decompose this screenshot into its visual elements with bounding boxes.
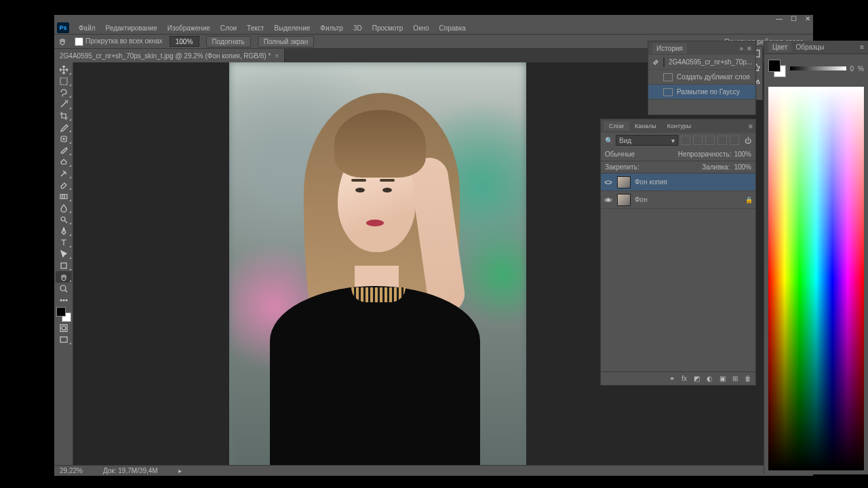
- hand-tool[interactable]: [56, 271, 72, 283]
- close-button[interactable]: ✕: [805, 15, 810, 22]
- status-arrow-icon[interactable]: ▸: [178, 467, 182, 474]
- eraser-tool[interactable]: [56, 179, 72, 190]
- menu-text[interactable]: Текст: [242, 23, 269, 33]
- zoom-tool[interactable]: [56, 283, 72, 294]
- move-tool[interactable]: [56, 64, 72, 75]
- color-spectrum[interactable]: [768, 87, 864, 470]
- tab-swatches[interactable]: Образцы: [791, 42, 828, 52]
- brush-tool[interactable]: [56, 144, 72, 156]
- opacity-value[interactable]: 100%: [734, 150, 751, 158]
- layers-menu-icon[interactable]: ≡: [749, 123, 753, 130]
- lock-transparency-icon[interactable]: [644, 163, 650, 171]
- history-step[interactable]: Создать дубликат слоя: [648, 70, 755, 85]
- menu-filter[interactable]: Фильтр: [315, 23, 348, 33]
- foreground-background-colors[interactable]: [56, 307, 71, 322]
- magic-wand-tool[interactable]: [56, 98, 72, 110]
- fullscreen-button[interactable]: Полный экран: [258, 36, 315, 47]
- fill-label: Заливка:: [702, 163, 730, 171]
- adjustment-layer-icon[interactable]: ◐: [707, 375, 713, 382]
- new-layer-icon[interactable]: ⊞: [732, 375, 738, 382]
- marquee-tool[interactable]: [56, 75, 72, 87]
- menu-image[interactable]: Изображение: [163, 23, 215, 33]
- lock-all-icon[interactable]: [687, 163, 694, 171]
- edit-toolbar[interactable]: [56, 294, 72, 306]
- crop-tool[interactable]: [56, 110, 72, 121]
- filter-type-icon[interactable]: [705, 136, 715, 145]
- layer-filter-kind[interactable]: Вид▾: [616, 135, 678, 146]
- menu-select[interactable]: Выделение: [269, 23, 315, 33]
- healing-brush-tool[interactable]: [56, 133, 72, 144]
- color-fgbg[interactable]: [768, 60, 786, 77]
- filter-pixel-icon[interactable]: [681, 136, 690, 145]
- layer-name[interactable]: Фон: [635, 196, 648, 203]
- clone-stamp-tool[interactable]: [56, 156, 72, 167]
- layer-visibility-toggle[interactable]: [604, 197, 613, 203]
- history-snapshot[interactable]: 2G4A0595_cr_nr+sh_70p...: [648, 55, 755, 70]
- document-canvas[interactable]: [229, 62, 526, 465]
- lock-pixels-icon[interactable]: [654, 163, 661, 171]
- path-select-tool[interactable]: [56, 248, 72, 260]
- layer-group-icon[interactable]: ▣: [719, 375, 726, 382]
- status-docinfo[interactable]: Док: 19,7М/39,4М: [103, 467, 158, 474]
- layer-lock-icon: 🔒: [745, 197, 753, 203]
- blur-tool[interactable]: [56, 202, 72, 214]
- dodge-tool[interactable]: [56, 214, 72, 225]
- menu-3d[interactable]: 3D: [349, 23, 367, 33]
- color-menu-icon[interactable]: ≡: [860, 43, 864, 51]
- history-step[interactable]: Размытие по Гауссу: [648, 85, 755, 100]
- filter-toggle[interactable]: ⏻: [745, 137, 751, 144]
- tab-color[interactable]: Цвет: [768, 42, 791, 52]
- menu-view[interactable]: Просмотр: [368, 23, 408, 33]
- lock-artboard-icon[interactable]: [676, 163, 683, 171]
- layer-visibility-toggle[interactable]: [604, 179, 613, 186]
- filter-adjust-icon[interactable]: [693, 136, 703, 145]
- lasso-tool[interactable]: [56, 87, 72, 98]
- opacity-label: Непрозрачность:: [678, 150, 732, 158]
- history-collapse-icon[interactable]: »: [740, 45, 744, 52]
- menu-layers[interactable]: Слои: [216, 23, 241, 33]
- document-tab[interactable]: 2G4A0595_cr_nr+sh_70ps_skin_t.jpg @ 29.2…: [54, 49, 285, 62]
- pen-tool[interactable]: [56, 225, 72, 237]
- lock-position-icon[interactable]: [665, 163, 672, 171]
- eyedropper-tool[interactable]: [56, 121, 72, 133]
- tab-close-icon[interactable]: ×: [275, 52, 279, 60]
- layer-row[interactable]: Фон копия: [601, 174, 755, 191]
- layer-thumbnail[interactable]: [617, 194, 631, 206]
- layer-thumbnail[interactable]: [617, 176, 631, 188]
- color-slider[interactable]: [790, 66, 846, 70]
- color-slider-value[interactable]: 0: [850, 65, 854, 73]
- filter-shape-icon[interactable]: [717, 136, 727, 145]
- rectangle-tool[interactable]: [56, 260, 72, 271]
- menu-window[interactable]: Окно: [408, 23, 433, 33]
- quickmask-toggle[interactable]: [56, 322, 72, 333]
- history-menu-icon[interactable]: ≡: [747, 45, 751, 52]
- menu-edit[interactable]: Редактирование: [101, 23, 162, 33]
- menu-help[interactable]: Справка: [435, 23, 471, 33]
- status-zoom[interactable]: 29,22%: [60, 467, 83, 474]
- scroll-all-windows-checkbox[interactable]: Прокрутка во всех окнах: [75, 37, 163, 46]
- history-brush-tool[interactable]: [56, 167, 72, 179]
- tab-channels[interactable]: Каналы: [629, 121, 662, 131]
- fill-value[interactable]: 100%: [734, 163, 751, 171]
- layer-fx-icon[interactable]: fx: [682, 375, 687, 382]
- layer-filter-row: 🔍 Вид▾ ⏻: [601, 133, 755, 148]
- filter-smart-icon[interactable]: [730, 136, 739, 145]
- layer-name[interactable]: Фон копия: [635, 178, 667, 186]
- link-layers-icon[interactable]: ⚭: [669, 375, 675, 382]
- tab-layers[interactable]: Слои: [604, 121, 629, 131]
- history-tab[interactable]: История: [652, 43, 687, 54]
- screenmode-toggle[interactable]: [56, 333, 72, 345]
- blend-mode-select[interactable]: Обычные: [605, 150, 635, 158]
- gradient-tool[interactable]: [56, 190, 72, 202]
- tab-paths[interactable]: Контуры: [662, 121, 696, 131]
- minimize-button[interactable]: —: [776, 15, 783, 22]
- layer-row[interactable]: Фон 🔒: [601, 191, 755, 209]
- menu-file[interactable]: Файл: [74, 23, 100, 33]
- type-tool[interactable]: [56, 237, 72, 248]
- layer-mask-icon[interactable]: ◩: [694, 375, 700, 382]
- zoom-input[interactable]: [170, 36, 199, 47]
- delete-layer-icon[interactable]: 🗑: [745, 375, 751, 382]
- fit-button[interactable]: Подогнать: [206, 36, 251, 47]
- history-brush-source-icon[interactable]: [652, 58, 659, 66]
- maximize-button[interactable]: ☐: [791, 15, 797, 22]
